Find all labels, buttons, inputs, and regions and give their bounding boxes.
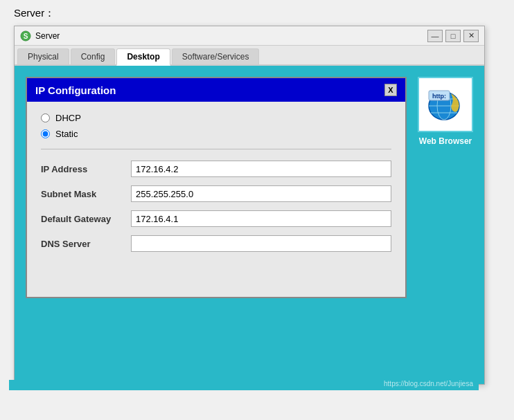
svg-text:S: S (24, 33, 28, 40)
static-radio[interactable] (41, 129, 50, 138)
window-controls: — □ ✕ (427, 30, 479, 42)
window-icon: S (20, 30, 31, 42)
web-browser-label: Web Browser (419, 136, 472, 146)
divider (41, 149, 391, 149)
minimize-button[interactable]: — (427, 30, 443, 42)
dns-server-row: DNS Server (41, 235, 391, 252)
default-gateway-label: Default Gateway (41, 214, 131, 224)
ip-config-close-button[interactable]: X (384, 84, 397, 96)
ip-address-input[interactable] (131, 161, 391, 177)
ip-config-panel: IP Configuration X DHCP Static IP Addr (26, 77, 407, 298)
tab-config[interactable]: Config (71, 48, 116, 64)
tab-physical[interactable]: Physical (17, 48, 69, 64)
subnet-mask-row: Subnet Mask (41, 185, 391, 202)
ip-address-label: IP Address (41, 164, 131, 174)
dns-server-input[interactable] (131, 235, 391, 252)
browser-globe-svg: http: (426, 86, 465, 122)
static-option[interactable]: Static (41, 129, 391, 139)
svg-text:http:: http: (432, 93, 446, 100)
window: S Server — □ ✕ Physical Config Desktop S… (14, 26, 485, 385)
dhcp-option[interactable]: DHCP (41, 113, 391, 123)
ip-config-title: IP Configuration (35, 84, 116, 96)
maximize-button[interactable]: □ (445, 30, 461, 42)
default-gateway-row: Default Gateway (41, 210, 391, 227)
title-bar: S Server — □ ✕ (15, 26, 484, 46)
ip-address-row: IP Address (41, 161, 391, 177)
watermark: https://blog.csdn.net/Junjiesa (9, 380, 479, 390)
content-area: IP Configuration X DHCP Static IP Addr (15, 66, 484, 384)
tab-desktop[interactable]: Desktop (116, 48, 170, 66)
ip-mode-radio-group: DHCP Static (41, 113, 391, 139)
tab-bar: Physical Config Desktop Software/Service… (15, 46, 484, 66)
close-button[interactable]: ✕ (463, 30, 479, 42)
static-label: Static (55, 129, 78, 139)
subnet-mask-input[interactable] (131, 185, 391, 202)
subnet-mask-label: Subnet Mask (41, 189, 131, 199)
dhcp-radio[interactable] (41, 113, 50, 122)
ip-config-body: DHCP Static IP Address Subnet Mask (27, 102, 405, 271)
web-browser-icon[interactable]: http: (418, 77, 473, 132)
dhcp-label: DHCP (55, 113, 81, 123)
tab-software[interactable]: Software/Services (172, 48, 260, 64)
default-gateway-input[interactable] (131, 210, 391, 227)
page-label: Server： (14, 7, 55, 20)
window-title: Server (35, 31, 427, 41)
sidebar-panel: http: Web Browser (418, 77, 473, 146)
dns-server-label: DNS Server (41, 239, 131, 249)
ip-config-header: IP Configuration X (27, 78, 405, 102)
